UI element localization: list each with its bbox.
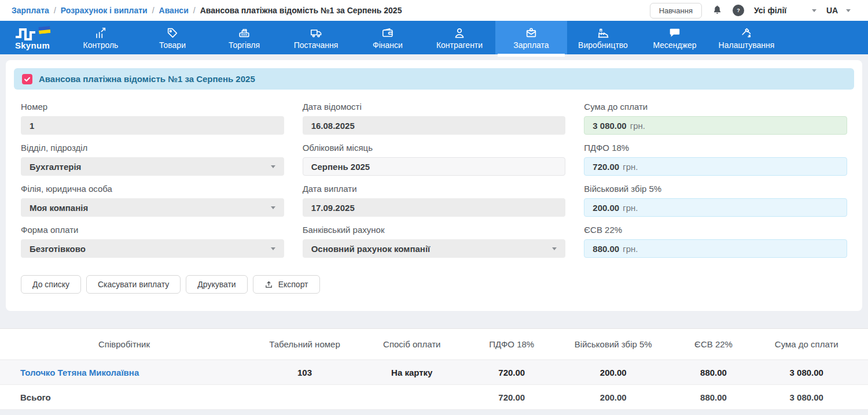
totals-empty-cell (361, 385, 463, 409)
nav-item-payroll[interactable]: Зарплата (495, 21, 567, 54)
accounting-month-value: Серпень 2025 (311, 162, 370, 172)
totals-total-cell: 3 080.00 (762, 385, 868, 409)
breadcrumb-link-calculations[interactable]: Розрахунок і виплати (61, 6, 148, 15)
chevron-down-icon (271, 247, 275, 250)
cash-register-icon (238, 25, 251, 39)
esv-cell: 880.00 (666, 360, 762, 384)
language-select[interactable]: UA (826, 6, 851, 15)
field-label: Обліковий місяць (303, 143, 566, 152)
button-label: Експорт (278, 280, 308, 289)
column-header-total: Сума до сплати (762, 329, 868, 360)
nav-item-label: Товари (159, 41, 186, 50)
table-totals-row: Всього 720.00 200.00 880.00 3 080.00 (0, 385, 868, 410)
table-header-row: Співробітник Табельний номер Спосіб опла… (0, 329, 868, 360)
button-label: Скасувати виплату (98, 280, 169, 289)
action-buttons: До списку Скасувати виплату Друкувати Ек… (14, 275, 854, 294)
tools-icon (740, 25, 753, 39)
document-title: Авансова платіжна відомість №1 за Серпен… (39, 74, 255, 84)
bank-account-select[interactable]: Основний рахунок компанії (303, 239, 566, 258)
factory-icon (597, 25, 610, 39)
top-bar: Зарплата / Розрахунок і виплати / Аванси… (0, 0, 868, 21)
column-header-personnel-number: Табельний номер (248, 329, 361, 360)
branch-select[interactable]: Моя компанія (21, 198, 284, 217)
back-to-list-button[interactable]: До списку (21, 275, 81, 294)
field-label: Номер (21, 102, 284, 111)
language-value: UA (826, 6, 838, 15)
nav-item-label: Налаштування (719, 41, 775, 50)
breadcrumb-link-advances[interactable]: Аванси (159, 6, 189, 15)
branch-filter-value: Усі філії (754, 6, 786, 15)
nav-item-goods[interactable]: Товари (137, 21, 208, 54)
topbar-controls: Навчання ? Усі філії UA (650, 3, 859, 18)
totals-empty-cell (248, 385, 361, 409)
nav-item-finance[interactable]: Фінанси (352, 21, 424, 54)
nav-item-label: Торгівля (229, 41, 260, 50)
column-header-esv: ЄСВ 22% (666, 329, 762, 360)
notifications-bell-icon[interactable] (712, 5, 723, 16)
military-tax-field: 200.00 грн. (584, 198, 847, 217)
chevron-down-icon (812, 9, 816, 12)
payment-form-select[interactable]: Безготівково (21, 239, 284, 258)
field-label: Дата відомості (303, 102, 566, 111)
wallet-icon (381, 25, 394, 39)
nav-item-label: Контроль (83, 41, 119, 50)
pdfo-cell: 720.00 (463, 360, 561, 384)
print-button[interactable]: Друкувати (186, 275, 247, 294)
department-select[interactable]: Бухгалтерія (21, 157, 284, 176)
nav-item-label: Фінанси (373, 41, 403, 50)
field-label: ПДФО 18% (584, 143, 847, 152)
nav-item-settings[interactable]: Налаштування (711, 21, 782, 54)
total-cell: 3 080.00 (762, 360, 868, 384)
document-form: Номер 1 Дата відомості 16.08.2025 Сума д… (14, 102, 854, 258)
column-header-pdfo: ПДФО 18% (463, 329, 561, 360)
payment-method-cell: На картку (361, 360, 463, 384)
branch-filter-select[interactable]: Усі філії (754, 6, 816, 15)
document-checkbox[interactable] (22, 74, 32, 84)
ukraine-flag-icon (38, 25, 51, 36)
employee-link[interactable]: Толочко Тетяна Миколаївна (20, 368, 139, 377)
brand-name: Skynum (15, 40, 50, 50)
nav-item-label: Контрагенти (436, 41, 483, 50)
nav-item-counterparties[interactable]: Контрагенти (424, 21, 495, 54)
esv-field: 880.00 грн. (584, 239, 847, 258)
training-button[interactable]: Навчання (650, 3, 702, 18)
totals-pdfo-cell: 720.00 (463, 385, 561, 409)
help-icon[interactable]: ? (733, 5, 744, 16)
column-header-employee: Співробітник (0, 329, 248, 360)
field-label: Дата виплати (303, 184, 566, 193)
statement-date-input: 16.08.2025 (303, 116, 566, 135)
field-label: Військовий збір 5% (584, 184, 847, 193)
nav-item-messenger[interactable]: Месенджер (639, 21, 711, 54)
totals-esv-cell: 880.00 (666, 385, 762, 409)
employees-table: Співробітник Табельний номер Спосіб опла… (0, 328, 868, 410)
currency-label: грн. (623, 244, 638, 254)
accounting-month-input[interactable]: Серпень 2025 (303, 157, 566, 176)
chevron-down-icon (552, 247, 557, 250)
brand-logo[interactable]: Skynum (0, 21, 65, 54)
currency-label: грн. (630, 121, 645, 131)
number-value: 1 (30, 121, 34, 131)
nav-item-control[interactable]: Контроль (65, 21, 137, 54)
currency-label: грн. (623, 203, 638, 213)
nav-item-trade[interactable]: Торгівля (208, 21, 280, 54)
analytics-icon (94, 25, 107, 39)
table-row: Толочко Тетяна Миколаївна 103 На картку … (0, 360, 868, 385)
payment-date-input: 17.09.2025 (303, 198, 566, 217)
nav-item-supply[interactable]: Постачання (280, 21, 352, 54)
payment-date-value: 17.09.2025 (311, 203, 355, 213)
export-button[interactable]: Експорт (253, 275, 320, 294)
tag-icon (166, 25, 179, 39)
number-input: 1 (21, 116, 284, 135)
breadcrumb-link-salary[interactable]: Зарплата (12, 6, 49, 15)
chevron-down-icon (271, 206, 275, 209)
export-upload-icon (264, 280, 273, 289)
field-bank-account: Банківський рахунок Основний рахунок ком… (303, 225, 566, 258)
nav-item-production[interactable]: Виробництво (567, 21, 639, 54)
field-label: Відділ, підрозділ (21, 143, 284, 152)
breadcrumb: Зарплата / Розрахунок і виплати / Аванси… (12, 6, 402, 15)
svg-text:?: ? (737, 8, 740, 13)
military-tax-cell: 200.00 (561, 360, 666, 384)
department-value: Бухгалтерія (30, 162, 81, 172)
cancel-payment-button[interactable]: Скасувати виплату (86, 275, 181, 294)
field-label: Банківський рахунок (303, 225, 566, 234)
